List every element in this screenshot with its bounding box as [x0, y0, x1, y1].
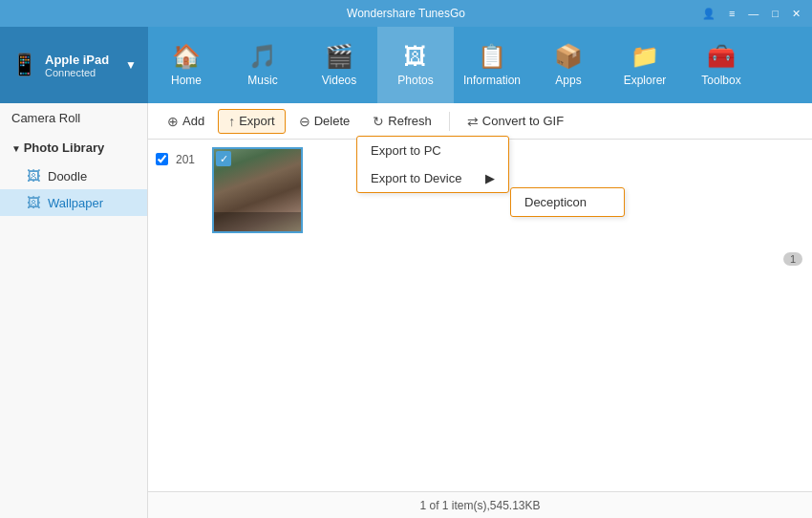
refresh-button[interactable]: ↻ Refresh — [363, 110, 441, 133]
device-status: Connected — [45, 67, 118, 78]
window-controls[interactable]: 👤 ≡ — □ ✕ — [698, 6, 804, 22]
user-icon[interactable]: 👤 — [698, 6, 719, 22]
device-icon: 📱 — [11, 53, 37, 77]
nav-label-toolbox: Toolbox — [701, 74, 740, 87]
nav-item-home[interactable]: 🏠 Home — [148, 27, 224, 103]
sidebar-doodle-label: Doodle — [48, 169, 87, 183]
main-content: Camera Roll Photo Library 🖼 Doodle 🖼 Wal… — [0, 103, 812, 518]
nav-label-information: Information — [463, 74, 521, 87]
count-badge: 1 — [783, 252, 802, 266]
sidebar-photo-library-header[interactable]: Photo Library — [0, 133, 147, 162]
photos-icon: 🖼 — [404, 43, 427, 70]
app-title: Wondershare TunesGo — [347, 7, 465, 20]
title-bar: Wondershare TunesGo 👤 ≡ — □ ✕ — [0, 0, 812, 27]
sidebar-wallpaper-label: Wallpaper — [48, 196, 103, 210]
nav-label-videos: Videos — [322, 74, 356, 87]
information-icon: 📋 — [478, 43, 506, 70]
explorer-icon: 📁 — [630, 43, 659, 70]
nav-item-videos[interactable]: 🎬 Videos — [301, 27, 377, 103]
export-icon: ↑ — [228, 114, 235, 129]
nav-item-toolbox[interactable]: 🧰 Toolbox — [683, 27, 759, 103]
menu-icon[interactable]: ≡ — [725, 6, 738, 21]
photo-grid: ✓ — [212, 147, 303, 233]
sidebar-item-camera-roll[interactable]: Camera Roll — [0, 103, 147, 133]
doodle-icon: 🖼 — [27, 168, 40, 183]
convert-gif-label: Convert to GIF — [482, 114, 564, 128]
sidebar: Camera Roll Photo Library 🖼 Doodle 🖼 Wal… — [0, 103, 148, 518]
refresh-label: Refresh — [388, 114, 432, 128]
album-checkbox[interactable] — [156, 153, 168, 165]
decepticon-item[interactable]: Decepticon — [511, 188, 624, 216]
status-text: 1 of 1 item(s),545.13KB — [419, 499, 540, 512]
status-bar: 1 of 1 item(s),545.13KB — [148, 491, 812, 518]
add-button[interactable]: ⊕ Add — [158, 110, 214, 133]
delete-button[interactable]: ⊖ Delete — [289, 110, 360, 133]
photo-thumbnail[interactable]: ✓ — [212, 147, 303, 233]
nav-item-photos[interactable]: 🖼 Photos — [377, 27, 454, 103]
toolbar-divider — [449, 112, 450, 131]
decepticon-label: Decepticon — [524, 195, 587, 209]
device-info: Apple iPad Connected — [45, 53, 118, 78]
sidebar-item-doodle[interactable]: 🖼 Doodle — [0, 162, 147, 189]
sidebar-item-wallpaper[interactable]: 🖼 Wallpaper — [0, 189, 147, 216]
export-label: Export — [239, 114, 275, 128]
export-pc-label: Export to PC — [371, 143, 441, 158]
export-dropdown: Export to PC Export to Device ▶ Deceptic… — [356, 136, 509, 193]
content-area: ⊕ Add ↑ Export ⊖ Delete ↻ Refresh ⇄ Conv… — [148, 103, 812, 518]
nav-items: 🏠 Home 🎵 Music 🎬 Videos 🖼 Photos 📋 Infor… — [148, 27, 812, 103]
maximize-button[interactable]: □ — [768, 6, 782, 21]
submenu-arrow-icon: ▶ — [485, 171, 495, 185]
add-icon: ⊕ — [167, 114, 179, 129]
videos-icon: 🎬 — [325, 43, 353, 70]
photo-check-mark: ✓ — [216, 151, 231, 166]
minimize-button[interactable]: — — [744, 6, 762, 21]
convert-gif-icon: ⇄ — [467, 114, 479, 129]
delete-icon: ⊖ — [299, 114, 310, 129]
close-button[interactable]: ✕ — [788, 6, 804, 22]
device-submenu: Decepticon — [510, 187, 625, 217]
camera-roll-label: Camera Roll — [11, 111, 80, 125]
nav-label-music: Music — [247, 74, 277, 87]
apps-icon: 📦 — [554, 43, 583, 70]
music-icon: 🎵 — [248, 43, 277, 70]
nav-label-apps: Apps — [555, 74, 581, 87]
convert-gif-button[interactable]: ⇄ Convert to GIF — [458, 110, 573, 133]
device-chevron-icon[interactable]: ▼ — [125, 58, 137, 72]
toolbar: ⊕ Add ↑ Export ⊖ Delete ↻ Refresh ⇄ Conv… — [148, 103, 812, 140]
device-name: Apple iPad — [45, 53, 118, 67]
album-count: 201 — [176, 153, 204, 166]
nav-item-apps[interactable]: 📦 Apps — [530, 27, 607, 103]
nav-item-music[interactable]: 🎵 Music — [224, 27, 301, 103]
home-icon: 🏠 — [172, 43, 201, 70]
nav-item-explorer[interactable]: 📁 Explorer — [607, 27, 683, 103]
refresh-icon: ↻ — [373, 114, 384, 129]
nav-label-explorer: Explorer — [624, 74, 667, 87]
wallpaper-icon: 🖼 — [27, 195, 40, 210]
toolbox-icon: 🧰 — [707, 43, 736, 70]
nav-label-home: Home — [171, 74, 202, 87]
add-label: Add — [182, 114, 204, 128]
delete-label: Delete — [314, 114, 351, 128]
nav-label-photos: Photos — [397, 74, 433, 87]
export-to-pc-item[interactable]: Export to PC — [357, 137, 508, 164]
nav-bar: 📱 Apple iPad Connected ▼ 🏠 Home 🎵 Music … — [0, 27, 812, 103]
export-button[interactable]: ↑ Export — [218, 109, 286, 134]
export-to-device-item[interactable]: Export to Device ▶ Decepticon — [357, 164, 508, 192]
export-device-label: Export to Device — [371, 171, 461, 185]
nav-item-information[interactable]: 📋 Information — [454, 27, 530, 103]
device-section[interactable]: 📱 Apple iPad Connected ▼ — [0, 27, 148, 103]
